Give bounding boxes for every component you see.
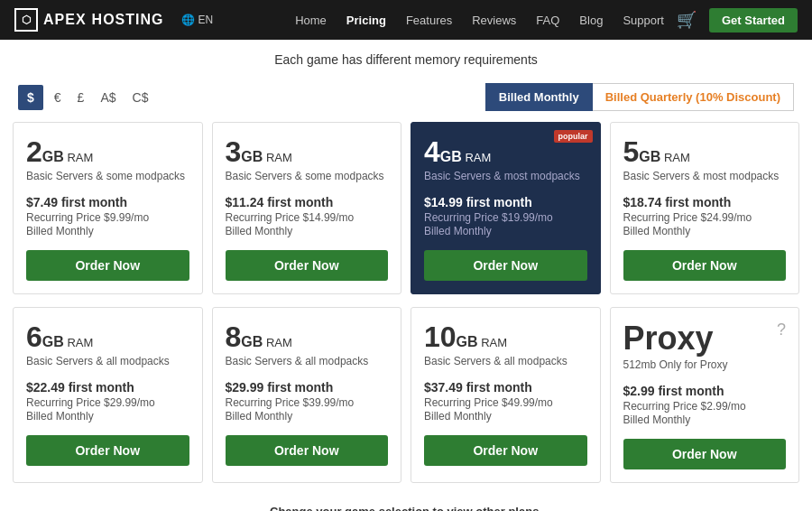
page-subtitle: Each game has different memory requireme… — [0, 40, 812, 76]
proxy-help-icon[interactable]: ? — [777, 321, 786, 339]
currency-eur[interactable]: € — [49, 87, 67, 108]
plan-4gb: popular 4GB RAM Basic Servers & most mod… — [411, 122, 601, 294]
lang-label: EN — [198, 14, 213, 26]
order-button-3gb[interactable]: Order Now — [226, 250, 389, 281]
plan-proxy: ? Proxy 512mb Only for Proxy $2.99 first… — [610, 307, 800, 483]
plan-first-price-3gb: $11.24 first month — [226, 195, 389, 209]
plan-billed-8gb: Billed Monthly — [226, 410, 389, 423]
currency-usd[interactable]: $ — [18, 85, 43, 110]
order-button-8gb[interactable]: Order Now — [226, 435, 389, 466]
brand-logo: ⬡ APEX HOSTING — [14, 8, 163, 32]
plan-first-price-5gb: $18.74 first month — [623, 195, 787, 209]
plan-2gb: 2GB RAM Basic Servers & some modpacks $7… — [13, 122, 203, 294]
plan-billed-proxy: Billed Monthly — [623, 413, 787, 426]
plan-desc-3gb: Basic Servers & some modpacks — [226, 170, 389, 182]
plan-desc-5gb: Basic Servers & most modpacks — [623, 170, 787, 182]
order-button-6gb[interactable]: Order Now — [26, 435, 189, 466]
nav-support[interactable]: Support — [623, 14, 664, 27]
plan-billed-4gb: Billed Monthly — [424, 225, 587, 237]
navbar: ⬡ APEX HOSTING 🌐 EN Home Pricing Feature… — [0, 0, 812, 40]
plan-title-10gb: 10GB RAM — [424, 322, 587, 351]
language-selector[interactable]: 🌐 EN — [181, 14, 213, 26]
globe-icon: 🌐 — [181, 14, 195, 26]
order-button-10gb[interactable]: Order Now — [424, 435, 587, 466]
plan-10gb: 10GB RAM Basic Servers & all modpacks $3… — [411, 307, 601, 483]
plan-billed-6gb: Billed Monthly — [26, 410, 189, 423]
plan-billed-2gb: Billed Monthly — [26, 225, 189, 237]
nav-links: Home Pricing Features Reviews FAQ Blog S… — [295, 14, 664, 27]
plan-desc-2gb: Basic Servers & some modpacks — [26, 170, 189, 182]
billing-toggle: Billed Monthly Billed Quarterly (10% Dis… — [485, 83, 794, 111]
controls-bar: $ € £ A$ C$ Billed Monthly Billed Quarte… — [0, 76, 812, 122]
nav-home[interactable]: Home — [295, 14, 327, 27]
nav-reviews[interactable]: Reviews — [472, 14, 516, 27]
plan-3gb: 3GB RAM Basic Servers & some modpacks $1… — [212, 122, 402, 294]
plan-title-6gb: 6GB RAM — [26, 322, 189, 351]
pricing-grid-row1: 2GB RAM Basic Servers & some modpacks $7… — [0, 122, 812, 307]
plan-title-8gb: 8GB RAM — [226, 322, 389, 351]
plan-billed-10gb: Billed Monthly — [424, 410, 587, 423]
cart-icon[interactable]: 🛒 — [677, 10, 697, 30]
plan-recurring-3gb: Recurring Price $14.99/mo — [226, 211, 389, 224]
popular-badge: popular — [554, 130, 593, 143]
plan-desc-8gb: Basic Servers & all modpacks — [226, 355, 389, 367]
plan-title-3gb: 3GB RAM — [226, 137, 389, 166]
plan-recurring-4gb: Recurring Price $19.99/mo — [424, 211, 587, 224]
currency-aud[interactable]: A$ — [95, 87, 121, 108]
nav-faq[interactable]: FAQ — [536, 14, 559, 27]
plan-billed-5gb: Billed Monthly — [623, 225, 787, 237]
currency-cad[interactable]: C$ — [127, 87, 154, 108]
plan-recurring-8gb: Recurring Price $39.99/mo — [226, 396, 389, 409]
nav-pricing[interactable]: Pricing — [346, 14, 386, 27]
plan-title-proxy: Proxy — [623, 322, 787, 355]
logo-icon: ⬡ — [14, 8, 38, 32]
plan-recurring-10gb: Recurring Price $49.99/mo — [424, 396, 587, 409]
plan-desc-6gb: Basic Servers & all modpacks — [26, 355, 189, 367]
plan-first-price-8gb: $29.99 first month — [226, 380, 389, 395]
brand-apex: APEX — [43, 12, 87, 28]
pricing-grid-row2: 6GB RAM Basic Servers & all modpacks $22… — [0, 307, 812, 496]
billing-monthly-button[interactable]: Billed Monthly — [485, 83, 593, 111]
plan-6gb: 6GB RAM Basic Servers & all modpacks $22… — [13, 307, 203, 483]
plan-first-price-10gb: $37.49 first month — [424, 380, 587, 395]
plan-first-price-6gb: $22.49 first month — [26, 380, 189, 395]
currency-gbp[interactable]: £ — [72, 87, 90, 108]
plan-first-price-2gb: $7.49 first month — [26, 195, 189, 209]
plan-recurring-2gb: Recurring Price $9.99/mo — [26, 211, 189, 224]
billing-quarterly-button[interactable]: Billed Quarterly (10% Discount) — [593, 83, 794, 111]
plan-first-price-4gb: $14.99 first month — [424, 195, 587, 209]
nav-features[interactable]: Features — [406, 14, 452, 27]
footer-note: Change your game selection to view other… — [0, 496, 812, 511]
plan-desc-10gb: Basic Servers & all modpacks — [424, 355, 587, 367]
plan-billed-3gb: Billed Monthly — [226, 225, 389, 237]
order-button-proxy[interactable]: Order Now — [623, 439, 787, 469]
plan-recurring-proxy: Recurring Price $2.99/mo — [623, 400, 787, 413]
get-started-button[interactable]: Get Started — [709, 8, 798, 33]
plan-title-5gb: 5GB RAM — [623, 137, 787, 166]
order-button-2gb[interactable]: Order Now — [26, 250, 189, 281]
plan-desc-proxy: 512mb Only for Proxy — [623, 358, 787, 371]
plan-title-2gb: 2GB RAM — [26, 137, 189, 166]
nav-blog[interactable]: Blog — [579, 14, 603, 27]
plan-5gb: 5GB RAM Basic Servers & most modpacks $1… — [610, 122, 800, 294]
plan-8gb: 8GB RAM Basic Servers & all modpacks $29… — [212, 307, 402, 483]
plan-desc-4gb: Basic Servers & most modpacks — [424, 170, 587, 182]
order-button-4gb[interactable]: Order Now — [424, 250, 587, 281]
plan-recurring-5gb: Recurring Price $24.99/mo — [623, 211, 787, 224]
plan-first-price-proxy: $2.99 first month — [623, 384, 787, 398]
currency-selector: $ € £ A$ C$ — [18, 85, 153, 110]
brand-hosting: HOSTING — [92, 12, 164, 28]
plan-recurring-6gb: Recurring Price $29.99/mo — [26, 396, 189, 409]
order-button-5gb[interactable]: Order Now — [623, 250, 787, 281]
